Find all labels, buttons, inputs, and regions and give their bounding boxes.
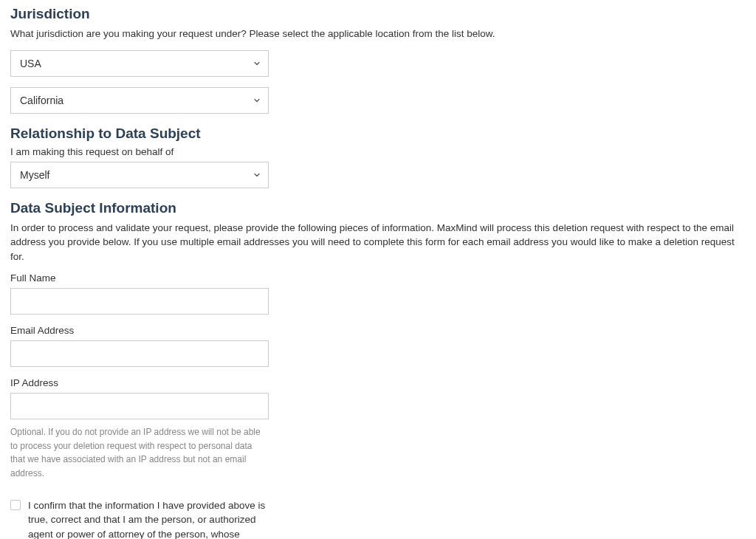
confirm-checkbox-row: I confirm that the information I have pr…: [10, 498, 276, 539]
relationship-label: I am making this request on behalf of: [10, 146, 746, 157]
jurisdiction-desc: What jurisdiction are you making your re…: [10, 27, 746, 41]
jurisdiction-region-select-wrap: California: [10, 87, 269, 114]
relationship-select-wrap: Myself: [10, 162, 269, 188]
confirm-checkbox[interactable]: [10, 500, 21, 510]
confirm-checkbox-label: I confirm that the information I have pr…: [28, 498, 276, 539]
email-block: Email Address: [10, 325, 269, 367]
jurisdiction-heading: Jurisdiction: [10, 4, 746, 22]
email-input[interactable]: [10, 340, 269, 367]
ip-input[interactable]: [10, 393, 269, 419]
ip-label: IP Address: [10, 377, 269, 388]
email-label: Email Address: [10, 325, 269, 336]
jurisdiction-country-select[interactable]: USA: [10, 50, 269, 77]
full-name-block: Full Name: [10, 272, 269, 315]
subject-info-desc: In order to process and validate your re…: [10, 221, 746, 264]
ip-help-text: Optional. If you do not provide an IP ad…: [10, 425, 261, 480]
page-root: Jurisdiction What jurisdiction are you m…: [0, 0, 756, 539]
full-name-label: Full Name: [10, 272, 269, 284]
relationship-heading: Relationship to Data Subject: [10, 124, 746, 142]
relationship-select[interactable]: Myself: [10, 162, 269, 188]
jurisdiction-country-select-wrap: USA: [10, 50, 269, 77]
subject-info-heading: Data Subject Information: [10, 199, 746, 216]
jurisdiction-region-select[interactable]: California: [10, 87, 269, 114]
ip-block: IP Address Optional. If you do not provi…: [10, 377, 269, 480]
full-name-input[interactable]: [10, 288, 269, 315]
